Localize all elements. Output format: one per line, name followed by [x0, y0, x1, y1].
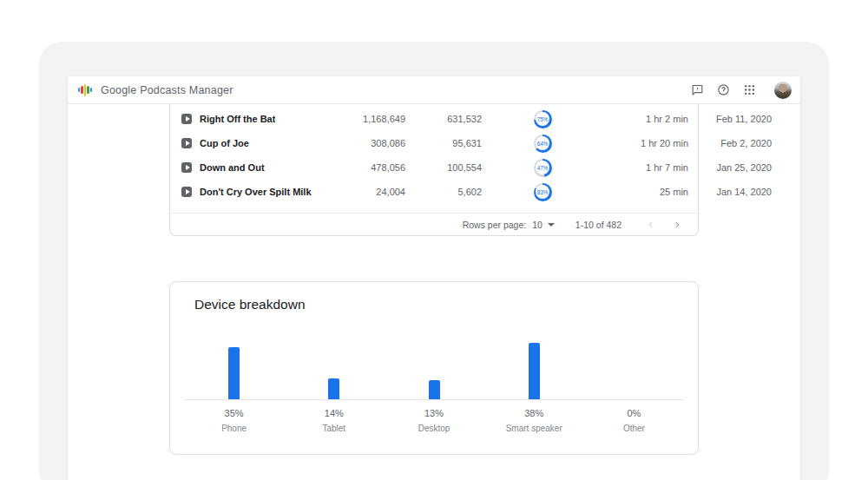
play-episode-icon[interactable]: [181, 187, 192, 197]
episode-listeners: 95,631: [405, 138, 482, 148]
bar-category-label: Tablet: [284, 424, 384, 433]
bar-value-label: 35%: [184, 408, 284, 418]
episode-row[interactable]: Right Off the Bat 1,168,649 631,532 75% …: [170, 107, 698, 131]
next-page-icon[interactable]: [670, 218, 684, 232]
episode-duration: 1 hr 7 min: [603, 162, 688, 173]
completion-ring: 83%: [534, 183, 552, 201]
device-breakdown-card: Device breakdown 35% Phone 14% Tablet 13…: [169, 281, 699, 455]
previous-page-icon[interactable]: [644, 218, 658, 232]
bar-slot: [384, 380, 483, 399]
episode-listeners: 100,554: [405, 162, 482, 173]
bar-label-slot: 14% Tablet: [284, 400, 384, 433]
bar-slot: [484, 343, 584, 399]
episode-plays: 1,168,649: [345, 114, 405, 124]
bar-slot: [184, 347, 284, 399]
play-episode-icon[interactable]: [181, 114, 192, 124]
rows-per-page-value[interactable]: 10: [532, 220, 542, 230]
episode-date: Feb 11, 2020: [688, 114, 772, 124]
home-link[interactable]: Google Podcasts Manager: [78, 83, 233, 96]
bar-category-label: Smart speaker: [484, 424, 584, 433]
bar-label-slot: 0% Other: [584, 400, 684, 433]
bar-value-label: 38%: [484, 408, 584, 418]
episode-row[interactable]: Cup of Joe 308,086 95,631 64% 1 hr 20 mi…: [170, 131, 698, 155]
episode-listeners: 631,532: [405, 114, 482, 124]
rows-per-page-label: Rows per page:: [463, 220, 527, 230]
pagination-range-label: 1-10 of 482: [575, 220, 621, 230]
main-content: Right Off the Bat 1,168,649 631,532 75% …: [68, 104, 800, 480]
app-header: Google Podcasts Manager: [68, 76, 800, 104]
play-episode-icon[interactable]: [181, 162, 192, 173]
bar: [529, 343, 540, 399]
bar-category-label: Phone: [184, 424, 284, 433]
episode-plays: 24,004: [345, 187, 405, 197]
bar-slot: [284, 378, 384, 399]
completion-label: 47%: [537, 165, 548, 171]
bar-chart-slots: [184, 313, 684, 400]
completion-label: 83%: [537, 189, 548, 195]
play-episode-icon[interactable]: [181, 138, 192, 148]
completion-label: 75%: [537, 116, 548, 122]
episode-duration: 1 hr 2 min: [603, 114, 688, 124]
episode-plays: 308,086: [345, 138, 405, 148]
episode-title: Right Off the Bat: [200, 114, 275, 124]
episode-title: Don't Cry Over Spilt Milk: [200, 187, 312, 197]
episode-listeners: 5,602: [405, 187, 482, 197]
bar: [328, 378, 339, 399]
app-title: Google Podcasts Manager: [101, 84, 233, 96]
device-breakdown-title: Device breakdown: [194, 297, 306, 312]
header-actions: [689, 82, 792, 99]
bar: [228, 347, 240, 399]
episodes-card: Right Off the Bat 1,168,649 631,532 75% …: [169, 104, 699, 236]
bar-chart-labels: 35% Phone 14% Tablet 13% Desktop 38% Sma…: [184, 400, 684, 433]
bar-category-label: Desktop: [384, 424, 483, 433]
device-breakdown-chart: 35% Phone 14% Tablet 13% Desktop 38% Sma…: [184, 313, 684, 433]
apps-grid-icon[interactable]: [741, 82, 757, 98]
bar-category-label: Other: [584, 424, 684, 433]
episode-row[interactable]: Don't Cry Over Spilt Milk 24,004 5,602 8…: [170, 180, 698, 204]
help-icon[interactable]: [715, 82, 731, 98]
completion-ring: 75%: [534, 110, 552, 128]
bar-label-slot: 35% Phone: [184, 400, 284, 433]
episode-title: Down and Out: [200, 162, 265, 173]
feedback-icon[interactable]: [689, 82, 705, 98]
episode-title: Cup of Joe: [200, 138, 249, 148]
page: Google Podcasts Manager: [0, 0, 868, 480]
completion-ring: 64%: [534, 135, 552, 153]
episode-duration: 25 min: [603, 187, 688, 197]
bar-value-label: 0%: [584, 408, 684, 418]
app-window: Google Podcasts Manager: [68, 76, 800, 480]
episode-duration: 1 hr 20 min: [603, 138, 688, 148]
bar-label-slot: 13% Desktop: [384, 400, 483, 433]
bar-label-slot: 38% Smart speaker: [484, 400, 584, 433]
episode-date: Feb 2, 2020: [688, 138, 772, 148]
episode-date: Jan 14, 2020: [688, 187, 772, 197]
episode-rows: Right Off the Bat 1,168,649 631,532 75% …: [170, 104, 698, 204]
google-podcasts-logo-icon: [78, 83, 92, 96]
bar: [429, 380, 440, 399]
completion-label: 64%: [537, 141, 548, 147]
completion-ring: 47%: [534, 159, 552, 177]
table-pagination: Rows per page: 10 1-10 of 482: [170, 213, 698, 235]
user-avatar[interactable]: [774, 82, 792, 99]
episode-date: Jan 25, 2020: [688, 162, 772, 173]
episode-row[interactable]: Down and Out 478,056 100,554 47% 1 hr 7 …: [170, 155, 698, 180]
rows-per-page-dropdown-icon[interactable]: [548, 223, 555, 227]
bar-value-label: 14%: [284, 408, 384, 418]
episode-plays: 478,056: [345, 162, 405, 173]
bar-value-label: 13%: [384, 408, 483, 418]
